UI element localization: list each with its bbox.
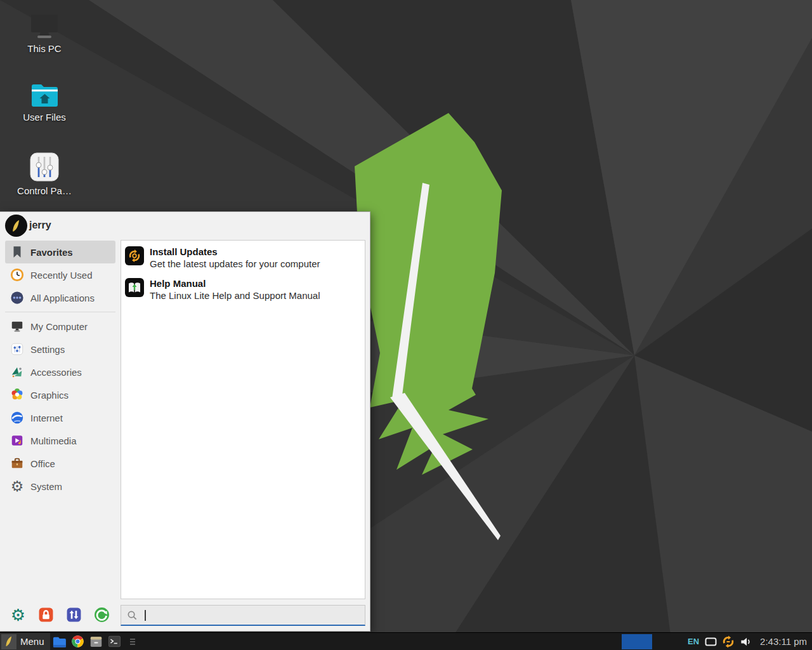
user-name: jerry — [29, 220, 51, 231]
language-indicator[interactable]: EN — [688, 637, 699, 646]
feather-icon — [1, 634, 16, 649]
file-manager-launcher[interactable] — [50, 633, 69, 650]
list-item-subtitle: Get the latest updates for your computer — [150, 258, 320, 270]
file-manager-icon — [52, 635, 66, 648]
control-panel-icon — [14, 152, 75, 182]
feather-icon — [10, 219, 23, 233]
sidebar-item-favorites[interactable]: Favorites — [5, 241, 115, 263]
apps-grid-icon — [10, 290, 25, 305]
search-input[interactable] — [121, 605, 365, 626]
accessories-icon — [10, 364, 25, 380]
workspace-switcher-active[interactable] — [622, 634, 652, 649]
list-item-install-updates[interactable]: Install Updates Get the latest updates f… — [123, 242, 363, 274]
desktop-icon-label: This PC — [14, 43, 75, 54]
list-item-subtitle: The Linux Lite Help and Support Manual — [150, 289, 320, 302]
sidebar-item-my-computer[interactable]: My Computer — [5, 315, 115, 338]
user-avatar[interactable] — [5, 215, 27, 237]
bookmark-icon — [10, 244, 25, 260]
favorites-list: Install Updates Get the latest updates f… — [121, 240, 365, 599]
gear-wrench-icon: ⚙ — [11, 607, 25, 623]
sidebar-item-graphics[interactable]: Graphics — [5, 383, 115, 406]
computer-icon — [10, 319, 25, 334]
menu-action-buttons: ⚙ — [10, 606, 110, 623]
sidebar-item-all-applications[interactable]: All Applications — [5, 286, 115, 309]
lock-screen-button[interactable] — [37, 606, 55, 623]
list-item-title: Help Manual — [150, 277, 320, 289]
color-wheel-icon — [10, 387, 25, 402]
restart-arrow-icon — [94, 607, 110, 623]
sidebar-item-recently-used[interactable]: Recently Used — [5, 263, 115, 286]
home-folder-icon — [14, 83, 75, 108]
text-caret — [145, 610, 146, 621]
taskbar: Menu — [0, 632, 812, 650]
desktop-icon-this-pc[interactable]: This PC — [14, 14, 75, 54]
updates-tray-icon[interactable] — [721, 635, 735, 649]
briefcase-icon — [10, 456, 25, 471]
search-icon — [127, 610, 138, 621]
sidebar-item-settings[interactable]: Settings — [5, 338, 115, 361]
taskbar-clock[interactable]: 2:43:11 pm — [760, 636, 807, 647]
archive-manager-launcher[interactable] — [87, 633, 105, 650]
help-book-icon — [125, 278, 144, 297]
sidebar-item-accessories[interactable]: Accessories — [5, 361, 115, 383]
menu-button[interactable]: Menu — [0, 633, 50, 650]
desktop-icon-control-panel[interactable]: Control Pa… — [14, 152, 75, 196]
sliders-icon — [10, 342, 25, 357]
terminal-icon — [108, 635, 121, 647]
list-item-title: Install Updates — [150, 246, 320, 258]
globe-icon — [10, 410, 25, 425]
restart-button[interactable] — [93, 606, 110, 623]
menu-button-label: Menu — [20, 636, 44, 647]
clock-icon — [10, 267, 25, 282]
sidebar-item-internet[interactable]: Internet — [5, 406, 115, 429]
lock-icon — [38, 607, 54, 623]
menu-header: jerry — [0, 212, 370, 240]
desktop-icon-label: User Files — [14, 112, 75, 123]
volume-icon[interactable] — [740, 636, 752, 647]
sidebar-item-office[interactable]: Office — [5, 452, 115, 475]
desktop-icon-label: Control Pa… — [14, 185, 75, 196]
gear-icon: ⚙ — [10, 479, 25, 494]
list-item-help-manual[interactable]: Help Manual The Linux Lite Help and Supp… — [123, 274, 363, 306]
chrome-icon — [71, 635, 84, 648]
archive-drawer-icon — [89, 636, 103, 647]
media-play-icon — [10, 433, 25, 448]
desktop-icon-user-files[interactable]: User Files — [14, 83, 75, 123]
computer-icon — [14, 14, 75, 39]
log-out-button[interactable] — [65, 606, 82, 623]
terminal-launcher[interactable] — [105, 633, 124, 650]
settings-manager-button[interactable]: ⚙ — [10, 606, 27, 623]
whisker-menu-window: jerry Favorites Recently Used All Appl — [0, 211, 370, 632]
sidebar-item-system[interactable]: ⚙ System — [5, 475, 115, 498]
chrome-browser-launcher[interactable] — [69, 633, 87, 650]
sidebar-item-multimedia[interactable]: Multimedia — [5, 429, 115, 452]
sidebar-separator — [5, 312, 115, 312]
window-list-icon[interactable] — [124, 633, 142, 650]
switch-user-arrows-icon — [66, 607, 82, 623]
update-circle-icon — [125, 246, 144, 265]
display-tray-icon[interactable] — [705, 637, 717, 646]
